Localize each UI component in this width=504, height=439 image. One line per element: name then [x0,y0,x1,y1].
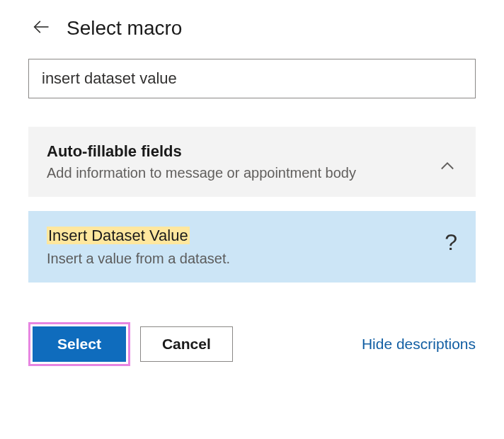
page-title: Select macro [67,17,182,40]
macro-title: Insert Dataset Value [47,227,190,244]
hide-descriptions-link[interactable]: Hide descriptions [362,336,476,353]
category-auto-fillable-fields[interactable]: Auto-fillable fields Add information to … [28,127,476,197]
select-button[interactable]: Select [33,326,126,362]
category-description: Add information to message or appointmen… [47,165,426,181]
back-arrow-icon [31,17,51,39]
category-title: Auto-fillable fields [47,142,426,161]
cancel-button[interactable]: Cancel [140,326,233,362]
back-button[interactable] [28,14,54,42]
macro-text: Insert Dataset Value Insert a value from… [47,227,433,267]
macro-insert-dataset-value[interactable]: Insert Dataset Value Insert a value from… [28,211,476,283]
chevron-up-icon [437,156,457,176]
search-input[interactable] [28,59,476,98]
help-icon[interactable]: ? [445,227,457,253]
select-button-highlight: Select [28,322,130,366]
macro-description: Insert a value from a dataset. [47,251,433,267]
category-text: Auto-fillable fields Add information to … [47,142,426,181]
